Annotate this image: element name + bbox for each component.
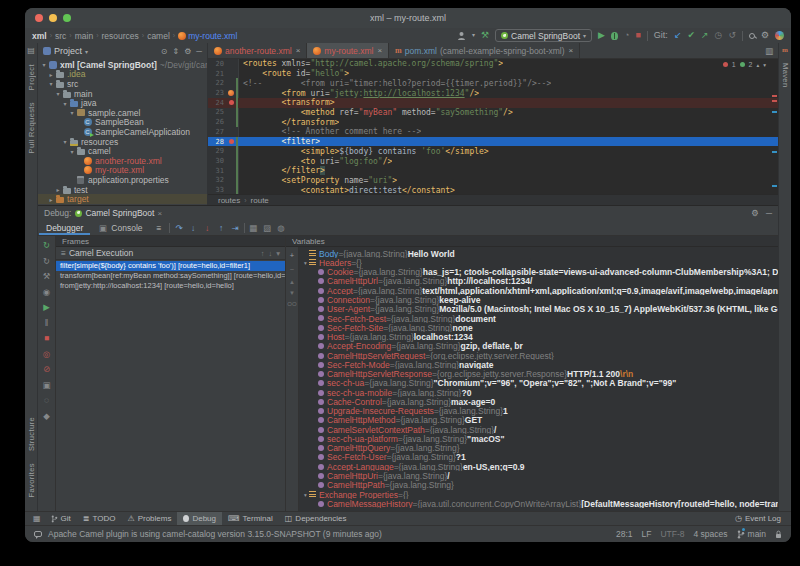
- move-watch-up-icon[interactable]: ▲: [289, 279, 295, 285]
- move-watch-down-icon[interactable]: ▼: [289, 290, 295, 296]
- run-configuration-select[interactable]: Camel SpringBoot ▾: [495, 29, 592, 42]
- line-separator[interactable]: LF: [642, 529, 652, 539]
- step-over-icon[interactable]: ↷: [174, 223, 185, 233]
- tree-expand-icon[interactable]: ▾: [61, 100, 69, 107]
- push-icon[interactable]: ↗: [701, 31, 709, 40]
- modify-run-configuration-icon[interactable]: ⚒: [41, 271, 52, 281]
- variable-row-cache-control[interactable]: Cache-Control = {java.lang.String} max-a…: [299, 397, 778, 406]
- tree-item-application-properties[interactable]: application.properties: [38, 175, 207, 185]
- variable-row-exchange-properties[interactable]: ▾Exchange Properties = {}: [299, 490, 778, 499]
- close-icon[interactable]: ×: [296, 46, 301, 55]
- code-line[interactable]: 21 <route id="hello">: [208, 69, 778, 79]
- update-project-icon[interactable]: ↙: [674, 31, 682, 40]
- debug-session-tab[interactable]: Camel SpringBoot ×: [75, 208, 162, 218]
- variable-row-sec-fetch-site[interactable]: Sec-Fetch-Site = {java.lang.String} none: [299, 323, 778, 332]
- breakpoint-icon[interactable]: [226, 100, 236, 105]
- show-watches-icon[interactable]: OO: [287, 301, 296, 307]
- tree-expand-icon[interactable]: ▾: [47, 80, 55, 87]
- tree-expand-icon[interactable]: ▾: [68, 109, 76, 116]
- editor-tab-my-route-xml[interactable]: my-route.xml×: [307, 43, 389, 58]
- variable-row-connection[interactable]: Connection = {java.lang.String} keep-ali…: [299, 295, 778, 304]
- tool-windows-icon[interactable]: ▤: [27, 46, 35, 55]
- stop-icon[interactable]: ■: [41, 333, 52, 343]
- caret-position[interactable]: 28:1: [616, 529, 633, 539]
- tab-debugger[interactable]: Debugger: [39, 220, 90, 235]
- debug-settings-icon[interactable]: ⚙: [751, 208, 759, 218]
- tool-window-button-git[interactable]: Git: [45, 512, 77, 525]
- tree-item-samplecamelapplication[interactable]: CSampleCamelApplication: [38, 127, 207, 137]
- hide-debug-icon[interactable]: ─: [766, 208, 772, 218]
- code-line[interactable]: 32 <setProperty name="uri">: [208, 176, 778, 186]
- mute-breakpoints-icon[interactable]: ⊘: [41, 364, 52, 374]
- code-line[interactable]: 22<!-- <from uri="timer:hello?period={{t…: [208, 78, 778, 88]
- restore-layout-icon[interactable]: ▨: [262, 223, 273, 233]
- tree-expand-icon[interactable]: ▸: [47, 196, 55, 203]
- restart-icon[interactable]: ↻: [41, 256, 52, 266]
- breakpoint-icon[interactable]: [226, 139, 236, 144]
- view-breakpoints-icon[interactable]: ◎: [41, 349, 52, 359]
- tool-window-button-problems[interactable]: ⚠Problems: [121, 512, 177, 525]
- tree-item-pom-xml[interactable]: mpom.xml: [38, 204, 207, 205]
- stack-frame[interactable]: transform[bean[ref:myBean method:saySome…: [56, 271, 285, 281]
- build-hammer-icon[interactable]: ⚒: [481, 31, 489, 40]
- variable-row-camelhttpservletresponse[interactable]: CamelHttpServletResponse = {org.eclipse.…: [299, 369, 778, 378]
- status-message[interactable]: Apache Camel plugin is using camel-catal…: [48, 529, 382, 539]
- variable-row-user-agent[interactable]: User-Agent = {java.lang.String} Mozilla/…: [299, 305, 778, 314]
- pause-icon[interactable]: ‖: [41, 318, 52, 328]
- window-switcher-icon[interactable]: ▦: [29, 512, 45, 525]
- code-line[interactable]: 25 <method ref="myBean" method="saySomet…: [208, 108, 778, 118]
- code-line[interactable]: 23 <from uri="jetty:http://localhost:123…: [208, 88, 778, 98]
- variable-row-camelhttppath[interactable]: CamelHttpPath = {java.lang.String}: [299, 481, 778, 490]
- variable-row-headers[interactable]: ▾Headers = {}: [299, 258, 778, 267]
- git-branch-widget[interactable]: main: [737, 529, 766, 539]
- prev-problem-icon[interactable]: ▴: [756, 62, 759, 68]
- history-icon[interactable]: ◷: [715, 31, 723, 40]
- variable-row-body[interactable]: Body = {java.lang.String} Hello World: [299, 249, 778, 258]
- tree-item-camel[interactable]: ▾camel: [38, 146, 207, 156]
- search-everywhere-icon[interactable]: [749, 33, 755, 39]
- editor-tab-another-route-xml[interactable]: another-route.xml×: [208, 43, 307, 58]
- indent-setting[interactable]: 4 spaces: [694, 529, 728, 539]
- xml-breadcrumb-item[interactable]: routes: [218, 196, 240, 205]
- tool-window-button-terminal[interactable]: ⌨Terminal: [222, 512, 279, 525]
- threads-icon[interactable]: ◍: [276, 223, 287, 233]
- pin-icon[interactable]: ◆: [41, 411, 52, 421]
- close-icon[interactable]: ×: [569, 46, 574, 55]
- evaluate-expression-icon[interactable]: ▦: [248, 223, 259, 233]
- variable-row-sec-ch-ua-platform[interactable]: sec-ch-ua-platform = {java.lang.String} …: [299, 434, 778, 443]
- step-out-icon[interactable]: ↑: [216, 223, 227, 233]
- tree-item-my-route-xml[interactable]: my-route.xml: [38, 166, 207, 176]
- breadcrumb-item[interactable]: xml: [32, 31, 47, 41]
- tree-expand-icon[interactable]: ▾: [54, 90, 62, 97]
- previous-frame-icon[interactable]: ↑: [261, 249, 265, 258]
- variable-row-accept-language[interactable]: Accept-Language = {java.lang.String} en-…: [299, 462, 778, 471]
- analyze-icon[interactable]: ◌: [41, 395, 52, 405]
- step-into-icon[interactable]: ↓: [188, 223, 199, 233]
- chevron-down-icon[interactable]: ▾: [85, 48, 88, 55]
- variable-row-camelmessagehistory[interactable]: CamelMessageHistory = {java.util.concurr…: [299, 499, 778, 508]
- variable-row-sec-ch-ua[interactable]: sec-ch-ua = {java.lang.String} "Chromium…: [299, 379, 778, 388]
- remove-watch-icon[interactable]: −: [290, 265, 294, 274]
- project-pane-title[interactable]: Project: [54, 46, 82, 56]
- close-icon[interactable]: ×: [157, 209, 162, 218]
- event-message-icon[interactable]: [34, 531, 42, 537]
- tab-options-icon[interactable]: ▥: [760, 43, 778, 58]
- editor-tab-pom-xml[interactable]: mpom.xml(camel-example-spring-boot-xml)×: [389, 43, 580, 58]
- next-frame-icon[interactable]: ↓: [268, 249, 272, 258]
- expand-collapse-icon[interactable]: ⇕: [172, 47, 179, 56]
- tree-item-test[interactable]: ▸test: [38, 185, 207, 195]
- code-line[interactable]: 27 <!-- Another comment here -->: [208, 127, 778, 137]
- tree-item-src[interactable]: ▾src: [38, 79, 207, 89]
- event-log-button[interactable]: ◷Event Log: [729, 512, 787, 525]
- tree-expand-icon[interactable]: ▾: [40, 61, 48, 68]
- variable-expand-icon[interactable]: ▾: [302, 492, 309, 498]
- minimize-window-button[interactable]: [49, 14, 57, 22]
- layout-menu-icon[interactable]: ≡: [150, 220, 169, 235]
- tree-item-java[interactable]: ▾java: [38, 98, 207, 108]
- variable-row-sec-fetch-mode[interactable]: Sec-Fetch-Mode = {java.lang.String} navi…: [299, 360, 778, 369]
- tool-stripe-favorites[interactable]: Favorites: [27, 463, 36, 497]
- coverage-button[interactable]: ◔: [624, 31, 629, 40]
- tool-stripe-maven[interactable]: Maven: [781, 63, 790, 88]
- variable-row-upgrade-insecure-requests[interactable]: Upgrade-Insecure-Requests = {java.lang.S…: [299, 407, 778, 416]
- code-line[interactable]: 24 <transform>: [208, 98, 778, 108]
